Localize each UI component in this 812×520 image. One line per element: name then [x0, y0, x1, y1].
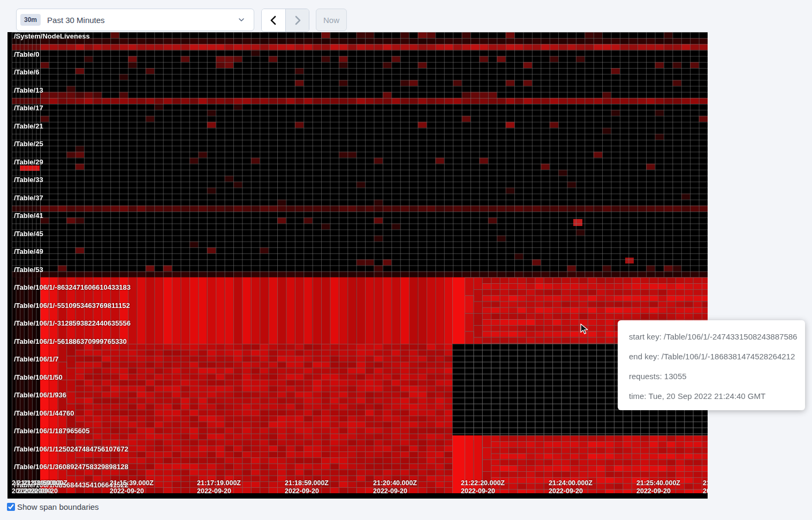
key-visualizer-heatmap[interactable] — [7, 32, 708, 499]
show-span-boundaries-checkbox[interactable] — [7, 503, 15, 511]
time-window-badge: 30m — [20, 14, 41, 26]
span-boundaries-row: Show span boundaries — [7, 502, 99, 511]
tooltip-time: time: Tue, 20 Sep 2022 21:24:40 GMT — [629, 386, 805, 406]
next-time-button[interactable] — [285, 9, 309, 32]
chevron-right-icon — [293, 16, 302, 25]
time-nav-group — [261, 9, 309, 32]
chevron-left-icon — [269, 16, 278, 25]
time-window-dropdown[interactable]: 30m Past 30 Minutes — [16, 9, 254, 31]
tooltip-requests: requests: 13055 — [629, 366, 805, 386]
toolbar: 30m Past 30 Minutes Now — [0, 0, 812, 32]
tooltip-end-key: end key: /Table/106/1/-18683814745282642… — [629, 346, 805, 366]
show-span-boundaries-label: Show span boundaries — [17, 502, 99, 511]
mouse-cursor-icon — [580, 323, 590, 337]
tooltip-start-key: start key: /Table/106/1/-247433150824388… — [629, 327, 805, 346]
chevron-down-icon — [238, 16, 245, 26]
now-button[interactable]: Now — [316, 9, 347, 31]
time-window-label: Past 30 Minutes — [47, 16, 105, 25]
prev-time-button[interactable] — [262, 9, 285, 32]
cell-tooltip: start key: /Table/106/1/-247433150824388… — [618, 320, 805, 410]
page: { "header": { "time_window_badge": "30m"… — [0, 0, 812, 520]
